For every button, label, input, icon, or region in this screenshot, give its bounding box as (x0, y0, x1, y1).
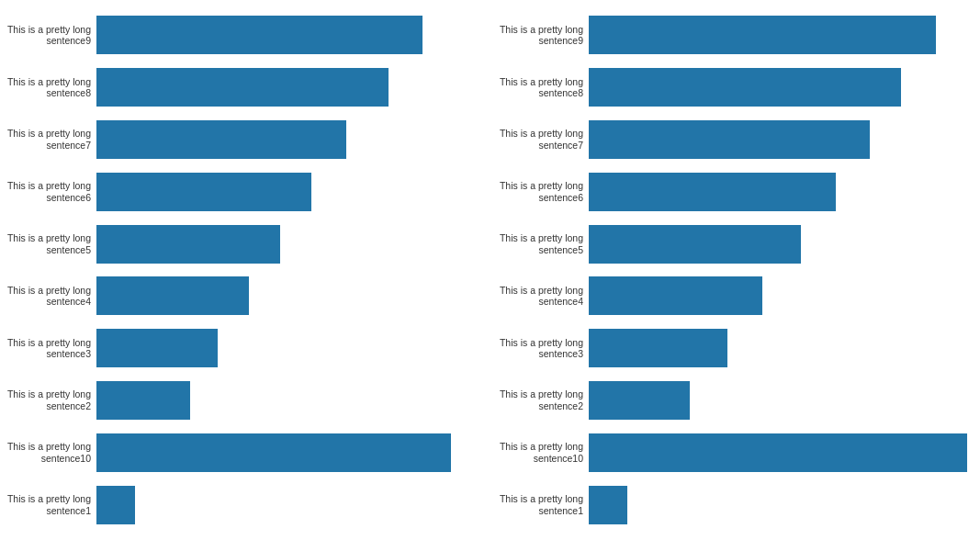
bar-row: This is a pretty long sentence10 (5, 426, 479, 478)
bar-label: This is a pretty long sentence2 (497, 388, 589, 411)
bar-fill (589, 276, 762, 315)
bar-fill (589, 329, 727, 367)
bar-track (589, 329, 971, 367)
bar-track (96, 225, 479, 264)
bar-fill (589, 120, 870, 159)
bar-track (589, 381, 971, 420)
bar-label: This is a pretty long sentence8 (497, 76, 589, 99)
bar-track (589, 486, 971, 524)
bar-fill (96, 68, 389, 107)
bar-track (96, 433, 479, 472)
bar-fill (96, 120, 346, 159)
bar-label: This is a pretty long sentence7 (497, 128, 589, 151)
bar-row: This is a pretty long sentence4 (497, 270, 971, 322)
bar-fill (589, 381, 690, 420)
bar-track (96, 173, 479, 211)
bar-label: This is a pretty long sentence1 (497, 493, 589, 516)
bar-fill (96, 381, 190, 420)
bar-fill (96, 276, 249, 315)
bar-row: This is a pretty long sentence7 (497, 114, 971, 166)
bar-track (589, 225, 971, 264)
bar-fill (589, 173, 836, 211)
bar-label: This is a pretty long sentence5 (497, 232, 589, 255)
bar-row: This is a pretty long sentence9 (497, 9, 971, 62)
bar-track (589, 173, 971, 211)
bar-label: This is a pretty long sentence6 (5, 180, 96, 203)
bar-row: This is a pretty long sentence4 (5, 270, 479, 322)
bar-label: This is a pretty long sentence9 (5, 24, 96, 47)
bar-track (589, 276, 971, 315)
bar-label: This is a pretty long sentence4 (5, 285, 96, 308)
chart-left: This is a pretty long sentence9This is a… (5, 9, 479, 531)
bar-row: This is a pretty long sentence6 (5, 165, 479, 218)
bar-fill (96, 433, 451, 472)
bar-row: This is a pretty long sentence6 (497, 165, 971, 218)
bar-fill (589, 16, 936, 54)
bar-label: This is a pretty long sentence6 (497, 180, 589, 203)
bar-track (96, 16, 479, 54)
bar-fill (589, 68, 901, 107)
bar-row: This is a pretty long sentence1 (497, 478, 971, 531)
bar-track (96, 329, 479, 367)
bar-track (96, 276, 479, 315)
bar-label: This is a pretty long sentence3 (497, 337, 589, 360)
bar-track (96, 381, 479, 420)
bar-row: This is a pretty long sentence3 (497, 322, 971, 375)
bar-fill (589, 433, 967, 472)
bar-fill (96, 16, 422, 54)
bar-label: This is a pretty long sentence10 (5, 441, 96, 464)
bar-fill (96, 486, 135, 524)
bar-track (589, 16, 971, 54)
bar-fill (96, 225, 280, 264)
bar-track (589, 120, 971, 159)
bar-label: This is a pretty long sentence7 (5, 128, 96, 151)
bar-row: This is a pretty long sentence8 (5, 62, 479, 114)
bar-fill (589, 486, 627, 524)
bar-row: This is a pretty long sentence8 (497, 62, 971, 114)
bar-row: This is a pretty long sentence5 (5, 218, 479, 270)
bar-label: This is a pretty long sentence1 (5, 493, 96, 516)
bar-label: This is a pretty long sentence4 (497, 285, 589, 308)
bar-track (589, 433, 971, 472)
bar-row: This is a pretty long sentence3 (5, 322, 479, 375)
bar-row: This is a pretty long sentence10 (497, 426, 971, 478)
bar-fill (96, 329, 218, 367)
chart-right: This is a pretty long sentence9This is a… (497, 9, 971, 531)
bar-label: This is a pretty long sentence2 (5, 388, 96, 411)
bar-label: This is a pretty long sentence3 (5, 337, 96, 360)
bar-label: This is a pretty long sentence9 (497, 24, 589, 47)
bar-track (96, 486, 479, 524)
bar-row: This is a pretty long sentence9 (5, 9, 479, 62)
bar-row: This is a pretty long sentence7 (5, 114, 479, 166)
bar-label: This is a pretty long sentence5 (5, 232, 96, 255)
bar-label: This is a pretty long sentence8 (5, 76, 96, 99)
bar-row: This is a pretty long sentence1 (5, 478, 479, 531)
bar-fill (96, 173, 311, 211)
bar-fill (589, 225, 801, 264)
bar-row: This is a pretty long sentence2 (497, 375, 971, 427)
bar-track (96, 68, 479, 107)
bar-track (96, 120, 479, 159)
bar-track (589, 68, 971, 107)
bar-label: This is a pretty long sentence10 (497, 441, 589, 464)
bar-row: This is a pretty long sentence2 (5, 375, 479, 427)
bar-row: This is a pretty long sentence5 (497, 218, 971, 270)
